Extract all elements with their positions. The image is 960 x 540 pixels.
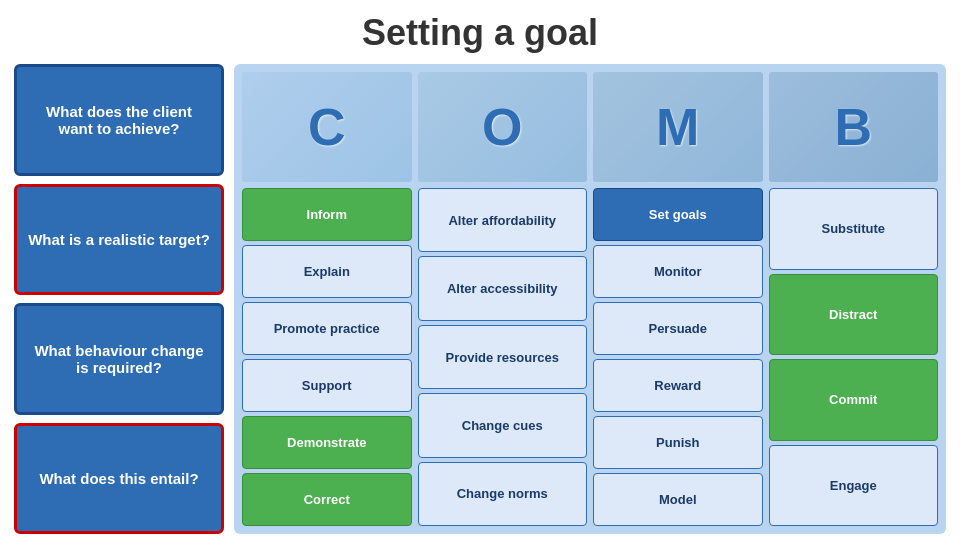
cell-set-goals: Set goals (593, 188, 763, 241)
cell-promote-practice: Promote practice (242, 302, 412, 355)
card-entail: What does this entail? (14, 423, 224, 535)
left-panel: What does the client want to achieve? Wh… (14, 64, 224, 534)
right-panel: C O M B Inform Explain Promote practice … (234, 64, 946, 534)
cell-engage: Engage (769, 445, 939, 527)
card-realistic-target: What is a realistic target? (14, 184, 224, 296)
cell-commit: Commit (769, 359, 939, 441)
grid-col-b: Substitute Distract Commit Engage (769, 188, 939, 526)
cell-reward: Reward (593, 359, 763, 412)
m-image-box: M (593, 72, 763, 182)
cell-provide-resources: Provide resources (418, 325, 588, 389)
cell-support: Support (242, 359, 412, 412)
cell-model: Model (593, 473, 763, 526)
cell-demonstrate: Demonstrate (242, 416, 412, 469)
cell-punish: Punish (593, 416, 763, 469)
grid-col-o: Alter affordability Alter accessibility … (418, 188, 588, 526)
page-title: Setting a goal (0, 0, 960, 64)
cell-inform: Inform (242, 188, 412, 241)
cell-monitor: Monitor (593, 245, 763, 298)
grid-col-m: Set goals Monitor Persuade Reward Punish… (593, 188, 763, 526)
c-image-box: C (242, 72, 412, 182)
c-letter: C (242, 72, 412, 182)
cell-persuade: Persuade (593, 302, 763, 355)
cell-explain: Explain (242, 245, 412, 298)
o-letter: O (418, 72, 588, 182)
b-image-box: B (769, 72, 939, 182)
m-letter: M (593, 72, 763, 182)
cell-alter-accessibility: Alter accessibility (418, 256, 588, 320)
grid-col-c: Inform Explain Promote practice Support … (242, 188, 412, 526)
main-container: What does the client want to achieve? Wh… (0, 64, 960, 540)
cell-substitute: Substitute (769, 188, 939, 270)
cell-correct: Correct (242, 473, 412, 526)
card-behaviour-change: What behaviour change is required? (14, 303, 224, 415)
grid-row: Inform Explain Promote practice Support … (242, 188, 938, 526)
b-letter: B (769, 72, 939, 182)
cell-change-cues: Change cues (418, 393, 588, 457)
cell-alter-affordability: Alter affordability (418, 188, 588, 252)
o-image-box: O (418, 72, 588, 182)
card-what-achieve: What does the client want to achieve? (14, 64, 224, 176)
cell-change-norms: Change norms (418, 462, 588, 526)
images-row: C O M B (242, 72, 938, 182)
cell-distract: Distract (769, 274, 939, 356)
